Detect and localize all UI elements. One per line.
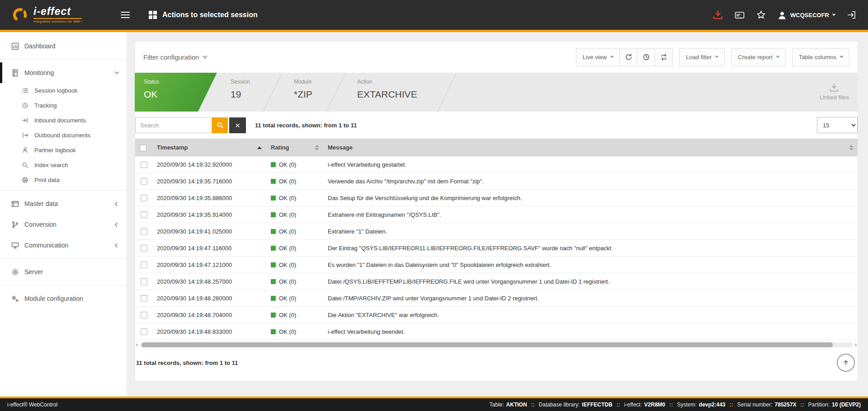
download-icon <box>713 10 723 19</box>
row-checkbox[interactable] <box>141 195 147 201</box>
sort-asc-icon <box>257 146 262 149</box>
sidebar-item-outbound-documents[interactable]: Outbound documents <box>0 128 127 143</box>
row-checkbox[interactable] <box>141 178 147 185</box>
refresh-button[interactable] <box>619 48 637 66</box>
scroll-left-arrow[interactable]: ‹ <box>136 342 138 347</box>
filter-ribbon: Status OK Session 19 Module *ZIP Action … <box>135 73 858 112</box>
scrollbar-thumb[interactable] <box>142 342 833 347</box>
sidebar-item-conversion[interactable]: Conversion <box>0 214 127 235</box>
table-row[interactable]: 2020/09/30 14:19:41.025000 OK (0) Extrah… <box>135 223 858 240</box>
scroll-right-arrow[interactable]: › <box>855 342 857 347</box>
status-ok-icon <box>271 313 276 318</box>
repeat-button[interactable] <box>655 48 673 66</box>
chevron-down-icon <box>115 70 119 74</box>
logo-swirl-icon <box>12 7 29 23</box>
horizontal-scrollbar[interactable]: ‹ › <box>136 342 857 347</box>
cell-message: i-effect Verarbeitung beendet. <box>323 323 858 340</box>
download-icon <box>829 84 839 92</box>
status-ok-icon <box>271 279 276 284</box>
row-checkbox[interactable] <box>141 245 147 252</box>
clear-search-button[interactable]: × <box>229 117 246 133</box>
cell-rating: OK (0) <box>266 273 323 290</box>
user-menu[interactable]: WCQSECOFR <box>778 11 835 19</box>
table-row[interactable]: 2020/09/30 14:19:47.116000 OK (0) Der Ei… <box>135 240 858 257</box>
card-icon <box>735 11 745 19</box>
row-checkbox[interactable] <box>141 295 147 302</box>
favorites-button[interactable] <box>756 10 766 19</box>
table-row[interactable]: 2020/09/30 14:19:35.716000 OK (0) Verwen… <box>135 173 858 190</box>
chevron-down-icon <box>840 55 843 58</box>
page-size-select[interactable]: 15 <box>817 117 858 133</box>
table-row[interactable]: 2020/09/30 14:19:35.886000 OK (0) Das Se… <box>135 190 858 206</box>
cell-rating: OK (0) <box>266 307 323 323</box>
table-row[interactable]: 2020/09/30 14:19:48.704000 OK (0) Die Ak… <box>135 307 858 323</box>
history-button[interactable] <box>637 48 655 66</box>
filter-segment-status[interactable]: Status OK <box>135 73 217 112</box>
create-report-button[interactable]: Create report <box>731 48 786 66</box>
sidebar-item-label: Master data <box>24 200 58 207</box>
sidebar-item-communication[interactable]: Communication <box>0 235 127 256</box>
cell-timestamp: 2020/09/30 14:19:35.914000 <box>152 206 266 223</box>
user-icon <box>21 147 29 154</box>
results-panel: × 11 total records, shown: from 1 to 11 … <box>135 112 858 381</box>
sidebar-item-label: Session logbook <box>34 87 77 94</box>
select-all-checkbox[interactable] <box>140 145 146 151</box>
column-header-message[interactable]: Message <box>323 139 858 156</box>
table-row[interactable]: 2020/09/30 14:19:48.280000 OK (0) Datei … <box>135 290 858 307</box>
sidebar-item-inbound-documents[interactable]: Inbound documents <box>0 113 127 128</box>
table-footer: 11 total records, shown: from 1 to 11 <box>135 350 858 378</box>
row-checkbox[interactable] <box>141 262 147 268</box>
filter-segment-session[interactable]: Session 19 <box>217 73 280 112</box>
sidebar-item-partner-logbook[interactable]: Partner logbook <box>0 143 127 158</box>
row-checkbox[interactable] <box>141 278 147 285</box>
scroll-to-top-button[interactable] <box>837 354 855 372</box>
arrow-up-icon <box>842 359 849 366</box>
sidebar-item-module-configuration[interactable]: Module configuration <box>0 288 127 309</box>
search-button[interactable] <box>212 117 228 133</box>
row-checkbox[interactable] <box>141 161 147 168</box>
monitoring-submenu: Session logbook Tracking Inbound documen… <box>0 83 127 187</box>
sidebar-item-tracking[interactable]: Tracking <box>0 98 127 113</box>
table-columns-button[interactable]: Table columns <box>792 48 849 66</box>
card-button[interactable] <box>735 11 745 19</box>
scrollbar-track[interactable] <box>140 342 853 347</box>
cell-timestamp: 2020/09/30 14:19:48.704000 <box>152 307 266 323</box>
sidebar-item-server[interactable]: Server <box>0 262 127 282</box>
sidebar-item-monitoring[interactable]: Monitoring <box>0 62 127 83</box>
column-header-timestamp[interactable]: Timestamp <box>152 139 266 156</box>
filter-segment-action[interactable]: Action EXTARCHIVE <box>344 73 454 112</box>
search-input[interactable] <box>135 117 212 133</box>
cell-message: Extrahiere mit Eintragsnamen "/QSYS.LIB"… <box>323 206 858 223</box>
filter-segment-module[interactable]: Module *ZIP <box>280 73 344 112</box>
column-header-rating[interactable]: Rating <box>266 139 323 156</box>
chevron-down-icon <box>715 55 718 58</box>
row-checkbox[interactable] <box>141 328 147 335</box>
row-checkbox[interactable] <box>141 312 147 318</box>
table-row[interactable]: 2020/09/30 14:19:48.833000 OK (0) i-effe… <box>135 323 858 340</box>
download-alert-button[interactable] <box>713 10 723 19</box>
table-row[interactable]: 2020/09/30 14:19:48.257000 OK (0) Datei … <box>135 273 858 290</box>
sidebar-item-dashboard[interactable]: Dashboard <box>0 36 127 56</box>
table-row[interactable]: 2020/09/30 14:19:32.920000 OK (0) i-effe… <box>135 156 858 173</box>
menu-toggle-button[interactable] <box>121 10 130 20</box>
sidebar-item-print-data[interactable]: Print data <box>0 173 127 187</box>
sidebar-item-label: Partner logbook <box>34 147 76 154</box>
filter-configuration-button[interactable]: Filter configuration <box>143 53 207 61</box>
sidebar-item-index-search[interactable]: Index search <box>0 158 127 173</box>
cell-timestamp: 2020/09/30 14:19:35.886000 <box>152 190 266 206</box>
cell-rating: OK (0) <box>266 206 323 223</box>
sidebar-item-master-data[interactable]: Master data <box>0 193 127 214</box>
row-checkbox[interactable] <box>141 228 147 235</box>
cell-rating: OK (0) <box>266 223 323 240</box>
row-checkbox[interactable] <box>141 211 147 218</box>
table-row[interactable]: 2020/09/30 14:19:35.914000 OK (0) Extrah… <box>135 206 858 223</box>
chevron-left-icon <box>115 222 119 227</box>
sidebar-item-session-logbook[interactable]: Session logbook <box>0 83 127 98</box>
table-row[interactable]: 2020/09/30 14:19:47.121000 OK (0) Es wur… <box>135 257 858 273</box>
load-filter-button[interactable]: Load filter <box>679 48 725 66</box>
linked-files-button[interactable]: Linked files <box>820 84 849 101</box>
logout-button[interactable] <box>847 10 856 19</box>
live-view-button[interactable]: Live view <box>576 48 620 66</box>
username: WCQSECOFR <box>790 12 829 19</box>
display-icon <box>11 242 19 249</box>
